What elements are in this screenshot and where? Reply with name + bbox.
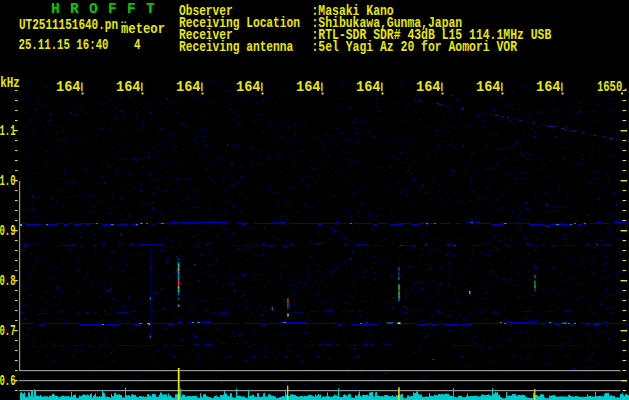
svg-text:H: H	[51, 1, 60, 17]
svg-text:164: 164	[296, 79, 321, 95]
svg-text:164: 164	[236, 79, 261, 95]
svg-text:164: 164	[356, 79, 381, 95]
svg-text:164: 164	[176, 79, 201, 95]
svg-text:0.7: 0.7	[0, 323, 15, 339]
svg-text:164: 164	[56, 79, 81, 95]
svg-text:164: 164	[536, 79, 561, 95]
svg-text:1.1: 1.1	[0, 123, 16, 139]
svg-text:164: 164	[116, 79, 141, 95]
svg-text:1.0: 1.0	[0, 173, 15, 189]
svg-text:164: 164	[476, 79, 501, 95]
svg-text:O: O	[89, 1, 98, 17]
svg-text::5el Yagi Az 20 for Aomori VOR: :5el Yagi Az 20 for Aomori VOR	[312, 39, 518, 55]
svg-text:164: 164	[416, 79, 441, 95]
svg-text:meteor: meteor	[121, 21, 165, 37]
svg-text:F: F	[108, 1, 117, 17]
svg-text:4: 4	[134, 37, 141, 53]
svg-text:1650.: 1650.	[597, 79, 629, 95]
svg-text:F: F	[127, 1, 136, 17]
svg-text:UT2511151640.pn: UT2511151640.pn	[19, 17, 118, 33]
svg-text:R: R	[70, 1, 79, 17]
svg-text:0.8: 0.8	[0, 273, 15, 289]
svg-text:T: T	[146, 1, 155, 17]
svg-text:kHz: kHz	[0, 75, 20, 91]
svg-text:0.6: 0.6	[0, 373, 15, 389]
svg-text:25.11.15 16:40: 25.11.15 16:40	[19, 37, 109, 53]
svg-text:0.9: 0.9	[0, 223, 15, 239]
svg-text:Receiving antenna: Receiving antenna	[179, 39, 293, 55]
